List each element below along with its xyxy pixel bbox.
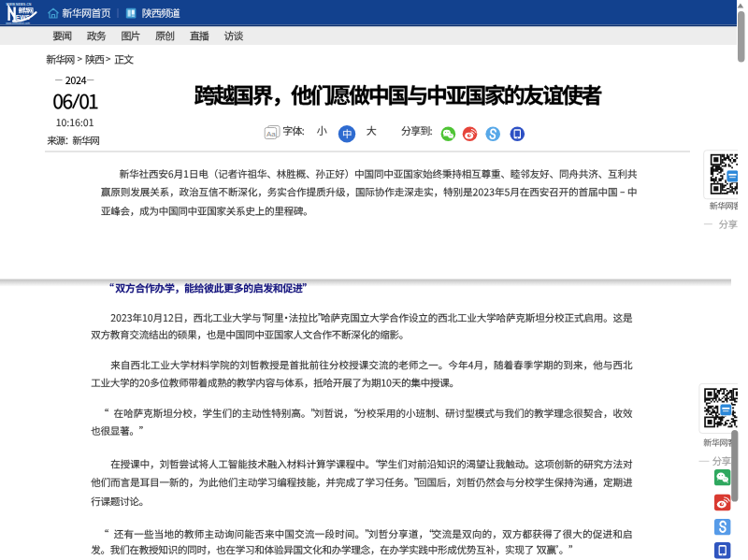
svg-text:Aa: Aa [266, 130, 276, 138]
svg-text:WWW.NEWS.CN: WWW.NEWS.CN [7, 3, 32, 7]
svg-text:www.xinhuanet.com: www.xinhuanet.com [6, 22, 30, 25]
svg-text:EWS: EWS [16, 14, 31, 21]
